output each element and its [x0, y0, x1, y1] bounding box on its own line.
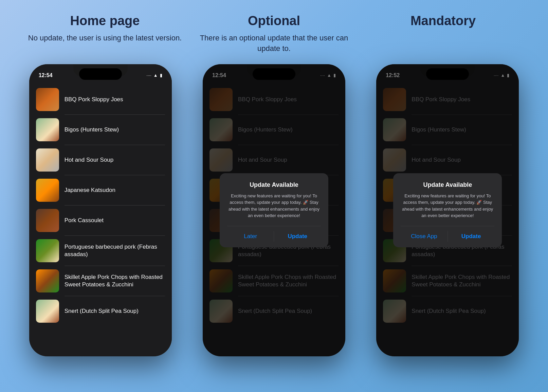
recipe-list-home[interactable]: BBQ Pork Sloppy JoesBigos (Hunters Stew)…: [29, 82, 172, 329]
column-header-home: Home page No update, the user is using t…: [23, 14, 186, 54]
phone-home: 12:54 ···· ▲ ▮ BBQ Pork Sloppy JoesBigos…: [29, 64, 172, 356]
recipe-thumbnail: [36, 209, 59, 232]
modal-box-mandatory: Update Available Exciting new features a…: [393, 173, 502, 247]
recipe-name: Portuguese barbecued pork (Febras assada…: [65, 243, 165, 258]
modal-box-optional: Update Available Exciting new features a…: [220, 173, 328, 247]
recipe-item[interactable]: Hot and Sour Soup: [29, 145, 172, 175]
home-title: Home page: [23, 14, 186, 28]
modal-later-button[interactable]: Later: [227, 231, 274, 242]
recipe-item[interactable]: Pork Cassoulet: [29, 206, 172, 235]
phone-mandatory: 12:52 ···· ▲ ▮ BBQ Pork Sloppy JoesBigos…: [376, 64, 519, 356]
recipe-name: Japanese Katsudon: [65, 186, 115, 194]
status-icons-home: ···· ▲ ▮: [146, 73, 162, 78]
column-header-mandatory: Mandatory: [362, 14, 525, 54]
status-time-home: 12:54: [39, 72, 53, 78]
recipe-name: Hot and Sour Soup: [65, 156, 114, 164]
column-header-optional: Optional There is an optional update tha…: [193, 14, 355, 54]
recipe-name: Snert (Dutch Split Pea Soup): [65, 307, 139, 315]
phone-optional-screen: 12:54 ···· ▲ ▮ BBQ Pork Sloppy JoesBigos…: [203, 64, 345, 356]
recipe-name: Bigos (Hunters Stew): [65, 126, 119, 133]
recipe-thumbnail: [36, 148, 59, 172]
recipe-thumbnail: [36, 88, 59, 111]
recipe-item[interactable]: Portuguese barbecued pork (Febras assada…: [29, 236, 172, 266]
recipe-thumbnail: [36, 118, 59, 141]
recipe-name: Pork Cassoulet: [65, 217, 104, 224]
phones-row: 12:54 ···· ▲ ▮ BBQ Pork Sloppy JoesBigos…: [0, 61, 548, 392]
modal-title-optional: Update Available: [227, 181, 321, 189]
modal-overlay-optional: Update Available Exciting new features a…: [203, 64, 345, 356]
home-subtitle: No update, the user is using the latest …: [23, 33, 186, 43]
modal-actions-optional: Later Update: [227, 226, 321, 242]
recipe-item[interactable]: Bigos (Hunters Stew): [29, 115, 172, 145]
modal-update-mandatory-button[interactable]: Update: [448, 231, 495, 242]
recipe-item[interactable]: BBQ Pork Sloppy Joes: [29, 85, 172, 114]
modal-body-optional: Exciting new features are waiting for yo…: [227, 193, 321, 219]
signal-icon: ····: [146, 73, 151, 78]
modal-close-app-button[interactable]: Close App: [401, 231, 447, 242]
top-labels-section: Home page No update, the user is using t…: [0, 0, 548, 61]
modal-actions-mandatory: Close App Update: [401, 226, 494, 242]
recipe-item[interactable]: Snert (Dutch Split Pea Soup): [29, 296, 172, 326]
wifi-icon: ▲: [153, 73, 158, 78]
optional-subtitle: There is an optional update that the use…: [193, 33, 355, 54]
recipe-name: Skillet Apple Pork Chops with Roasted Sw…: [65, 273, 165, 288]
phone-home-screen: 12:54 ···· ▲ ▮ BBQ Pork Sloppy JoesBigos…: [29, 64, 172, 356]
recipe-thumbnail: [36, 269, 59, 292]
recipe-item[interactable]: Skillet Apple Pork Chops with Roasted Sw…: [29, 266, 172, 296]
modal-update-button[interactable]: Update: [274, 231, 321, 242]
phone-optional: 12:54 ···· ▲ ▮ BBQ Pork Sloppy JoesBigos…: [203, 64, 345, 356]
recipe-thumbnail: [36, 300, 59, 323]
phone-mandatory-screen: 12:52 ···· ▲ ▮ BBQ Pork Sloppy JoesBigos…: [376, 64, 519, 356]
recipe-thumbnail: [36, 179, 59, 202]
optional-title: Optional: [193, 14, 355, 28]
modal-title-mandatory: Update Available: [401, 181, 494, 189]
dynamic-island-home: [79, 68, 122, 80]
recipe-item[interactable]: Japanese Katsudon: [29, 175, 172, 205]
modal-body-mandatory: Exciting new features are waiting for yo…: [401, 193, 494, 219]
battery-icon: ▮: [160, 73, 162, 78]
recipe-thumbnail: [36, 239, 59, 262]
recipe-name: BBQ Pork Sloppy Joes: [65, 96, 123, 103]
modal-overlay-mandatory: Update Available Exciting new features a…: [376, 64, 519, 356]
mandatory-title: Mandatory: [362, 14, 525, 28]
